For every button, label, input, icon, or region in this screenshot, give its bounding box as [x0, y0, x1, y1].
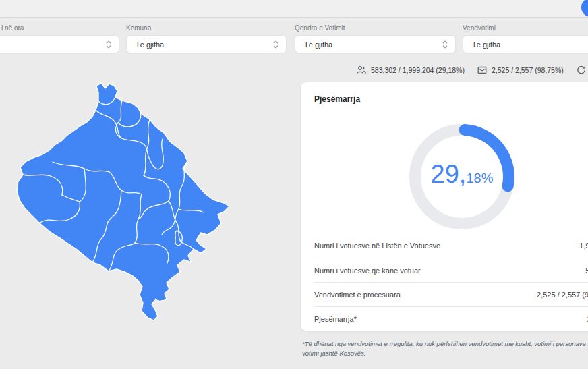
filter-label-komuna: Komuna	[126, 24, 287, 32]
stat-voters: 583,302 / 1,999,204 (29,18%)	[356, 65, 465, 76]
card-title: Pjesëmarrja	[314, 94, 360, 104]
qendra-select[interactable]: Të gjitha	[295, 35, 456, 53]
filter-group-vendvotimi: Vendvotimi Të gjitha	[463, 24, 588, 53]
qendra-select-value: Të gjitha	[304, 40, 332, 49]
row-value: 1,999,204	[579, 242, 588, 250]
row-value: 2,525 / 2,557 (98,75%)	[537, 291, 588, 299]
stat-polling-stations-value: 2,525 / 2,557 (98,75%)	[492, 66, 564, 74]
filter-label-qendra: Qendra e Votimit	[295, 24, 456, 32]
footnote: *Të dhënat nga vendvotimet e rregullta, …	[302, 339, 588, 358]
table-row-turnout: Pjesëmarrja* 29,18%	[314, 306, 588, 331]
filter-group-time: i në ora	[0, 24, 119, 53]
row-label: Vendvotimet e procesuara	[314, 291, 401, 299]
donut-percent-frac: 18%	[466, 171, 493, 185]
vendvotimi-select[interactable]: Të gjitha	[463, 35, 588, 53]
filter-label-time: i në ora	[0, 24, 119, 32]
donut-center-label: 29, 18%	[405, 119, 519, 234]
footnote-line-1: *Të dhënat nga vendvotimet e rregullta, …	[302, 339, 588, 349]
stats-strip: 583,302 / 1,999,204 (29,18%) 2,525 / 2,5…	[356, 64, 588, 76]
filter-group-qendra: Qendra e Votimit Të gjitha	[295, 24, 456, 53]
filter-label-vendvotimi: Vendvotimi	[463, 24, 588, 32]
refresh-icon	[576, 65, 587, 76]
komuna-select[interactable]: Të gjitha	[126, 35, 287, 53]
footnote-line-2: votimi jashtë Kosovës.	[302, 349, 588, 358]
stat-polling-stations: 2,525 / 2,557 (98,75%)	[477, 65, 564, 76]
row-label: Numri i votuesve që kanë votuar	[314, 266, 421, 275]
table-row-voted: Numri i votuesve që kanë votuar 583,302	[314, 258, 588, 282]
stat-updated: 28.12	[576, 65, 588, 76]
chevron-updown-icon	[105, 39, 112, 50]
chevron-updown-icon	[442, 39, 448, 50]
stat-voters-value: 583,302 / 1,999,204 (29,18%)	[371, 66, 465, 74]
table-row-voter-list: Numri i votuesve në Listën e Votuesve 1,…	[314, 233, 588, 258]
voters-icon	[356, 65, 367, 76]
stats-table: Numri i votuesve në Listën e Votuesve 1,…	[314, 233, 588, 331]
turnout-donut-chart: 29, 18%	[405, 119, 519, 234]
filter-group-komuna: Komuna Të gjitha	[126, 24, 287, 53]
row-label: Numri i votuesve në Listën e Votuesve	[314, 242, 440, 250]
chevron-updown-icon	[272, 39, 279, 50]
vendvotimi-select-value: Të gjitha	[472, 40, 500, 49]
participation-card: Pjesëmarrja 29, 18% Numri i votuesve në …	[301, 82, 588, 331]
ballot-box-icon	[477, 65, 488, 76]
row-value: 583,302	[585, 266, 588, 275]
row-label: Pjesëmarrja*	[314, 315, 357, 323]
table-row-processed: Vendvotimet e procesuara 2,525 / 2,557 (…	[314, 282, 588, 306]
kosovo-outline	[17, 83, 229, 320]
komuna-select-value: Të gjitha	[136, 40, 164, 49]
donut-percent-main: 29,	[431, 161, 467, 187]
time-select[interactable]	[0, 35, 119, 53]
